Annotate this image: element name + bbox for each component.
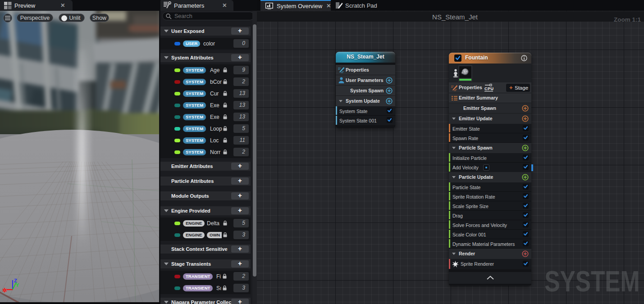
svg-text:✲: ✲ xyxy=(2,287,7,294)
svg-text:Y: Y xyxy=(16,282,19,288)
svg-text:CPU: CPU xyxy=(484,86,494,91)
